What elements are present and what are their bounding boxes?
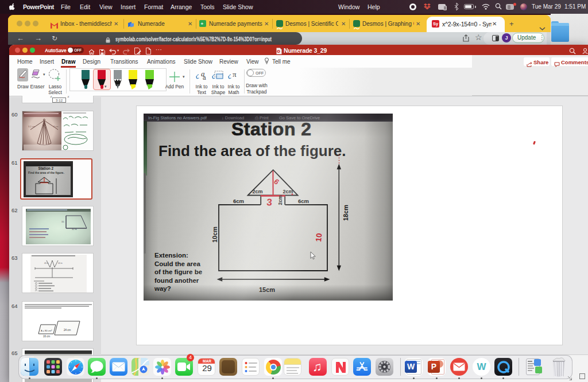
svg-text:16 cm: 16 cm (43, 335, 51, 338)
svg-text:24 cm: 24 cm (64, 329, 71, 332)
svg-text:a: a (203, 75, 206, 81)
svg-text:3.2 cm: 3.2 cm (28, 125, 36, 128)
svg-text:15: 15 (61, 220, 64, 223)
svg-text:A = 80 cm²: A = 80 cm² (41, 329, 52, 332)
svg-text:32 m: 32 m (72, 228, 78, 231)
svg-text:40 m: 40 m (58, 262, 63, 264)
svg-text:8 cm: 8 cm (53, 125, 59, 128)
svg-text:π: π (233, 70, 237, 79)
svg-text:40 m: 40 m (44, 262, 49, 264)
